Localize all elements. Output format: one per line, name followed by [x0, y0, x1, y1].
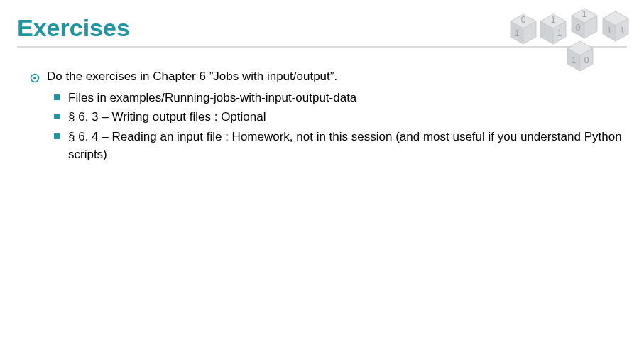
square-bullet-icon [54, 94, 60, 100]
list-item-text: § 6. 4 – Reading an input file : Homewor… [68, 128, 627, 164]
svg-text:0: 0 [576, 23, 581, 33]
sub-list: Files in examples/Running-jobs-with-inpu… [54, 89, 627, 164]
svg-text:1: 1 [515, 28, 520, 38]
decorative-cubes: 0 1 1 1 1 0 [505, 4, 640, 75]
list-item: § 6. 3 – Writing output files : Optional [54, 108, 627, 126]
svg-text:1: 1 [557, 28, 562, 38]
list-item: § 6. 4 – Reading an input file : Homewor… [54, 128, 627, 164]
list-item-text: Do the exercises in Chapter 6 ”Jobs with… [47, 67, 337, 86]
svg-text:1: 1 [572, 55, 577, 65]
square-bullet-icon [54, 133, 60, 139]
svg-text:1: 1 [620, 26, 625, 35]
square-bullet-icon [54, 114, 60, 119]
svg-text:0: 0 [521, 15, 526, 25]
svg-point-26 [33, 77, 36, 79]
svg-text:0: 0 [584, 55, 589, 65]
svg-text:1: 1 [607, 26, 612, 35]
svg-text:1: 1 [582, 9, 587, 19]
list-item: Files in examples/Running-jobs-with-inpu… [54, 89, 627, 107]
svg-text:1: 1 [551, 15, 556, 25]
slide-body: Do the exercises in Chapter 6 ”Jobs with… [17, 67, 627, 164]
list-item-text: Files in examples/Running-jobs-with-inpu… [68, 89, 627, 107]
list-item-text: § 6. 3 – Writing output files : Optional [68, 108, 627, 126]
target-bullet-icon [30, 70, 40, 80]
